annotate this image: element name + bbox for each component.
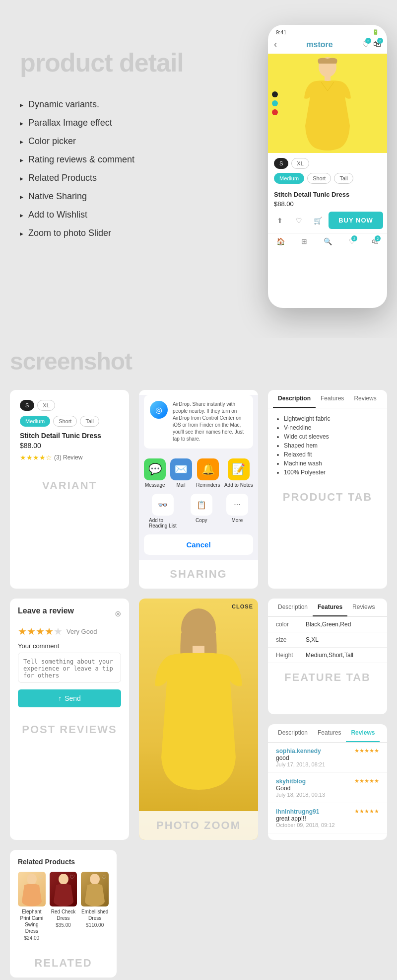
action-more[interactable]: ··· More — [226, 494, 248, 528]
feature-item: Dynamic variants. — [20, 95, 268, 114]
tab-features[interactable]: Features — [316, 390, 349, 408]
related-item-2: ♡ Red Check Dress $35.00 — [50, 872, 77, 941]
nav-wishlist-badge: 2 — [351, 235, 357, 241]
section-title: product detail — [20, 50, 268, 75]
height-short[interactable]: Short — [307, 173, 331, 184]
share-app-reminders[interactable]: 🔔 Reminders — [196, 458, 220, 488]
share-actions: 👓 Add toReading List 📋 Copy ··· More — [139, 491, 258, 531]
rtab-description[interactable]: Description — [273, 724, 313, 742]
photo-zoom-card: CLOSE PHOTO ZOOM — [139, 599, 258, 840]
color-picker — [272, 91, 278, 115]
battery: 🔋 — [372, 29, 379, 35]
related-price-1: $24.00 — [18, 935, 46, 941]
send-button[interactable]: ↑ Send — [18, 689, 121, 707]
color-dot-teal[interactable] — [272, 100, 278, 106]
cart-button[interactable]: 🛒 — [310, 213, 326, 228]
screenshot-title: screenshot — [10, 348, 387, 375]
send-icon: ↑ — [58, 694, 62, 702]
vsz-s[interactable]: S — [20, 400, 34, 411]
feature-val-size: S,XL — [306, 636, 319, 643]
tab-description[interactable]: Description — [273, 390, 316, 408]
color-dot-red[interactable] — [272, 109, 278, 115]
feature-tab-card: Description Features Reviews color Black… — [268, 599, 387, 714]
svg-point-4 — [27, 874, 37, 885]
size-s[interactable]: S — [274, 158, 288, 169]
review-count: (3) Review — [54, 454, 82, 461]
nav-grid[interactable]: ⊞ — [301, 237, 307, 245]
wishlist-button[interactable]: ♡ — [291, 213, 307, 228]
time: 9:41 — [276, 29, 286, 35]
feature-key-size: size — [276, 636, 306, 643]
review-title: Leave a review — [18, 606, 74, 615]
share-app-message[interactable]: 💬 Message — [144, 458, 166, 488]
size-xl[interactable]: XL — [291, 158, 309, 169]
ftab-features[interactable]: Features — [313, 599, 347, 616]
feature-item: Native Sharing — [20, 187, 268, 206]
more-label: More — [232, 518, 243, 523]
phone-nav: 🏠 ⊞ 🔍 ♡ 2 🛍 2 — [268, 233, 387, 251]
action-reading-list[interactable]: 👓 Add toReading List — [149, 494, 177, 528]
rtab-reviews[interactable]: Reviews — [346, 724, 380, 742]
rtab-features[interactable]: Features — [313, 724, 346, 742]
product-tab-header: Description Features Reviews — [268, 390, 387, 408]
nav-wishlist[interactable]: ♡ 2 — [349, 237, 355, 245]
row-1: S XL Medium Short Tall Stitch Detail Tun… — [10, 390, 387, 589]
vsz-xl[interactable]: XL — [37, 400, 55, 411]
ftab-description[interactable]: Description — [273, 599, 313, 616]
feature-item: Color picker — [20, 132, 268, 151]
close-review-button[interactable]: ⊗ — [115, 609, 121, 618]
review-entry-3: ihnlnhtrugng91 great app!!! October 09, … — [268, 803, 387, 833]
variant-sizes: S XL — [20, 400, 119, 411]
svg-point-6 — [90, 874, 100, 885]
close-zoom-button[interactable]: CLOSE — [232, 603, 253, 609]
feature-row-size: size S,XL — [268, 632, 387, 648]
features-list: Lightweight fabric V-neckline Wide cut s… — [276, 414, 379, 477]
share-app-mail[interactable]: ✉️ Mail — [170, 458, 192, 488]
reviewer-comment-2: Good — [276, 785, 325, 792]
share-app-notes[interactable]: 📝 Add to Notes — [224, 458, 253, 488]
share-button[interactable]: ⬆ — [272, 213, 288, 228]
review-stars-3: ★★★★★ — [354, 808, 379, 815]
tab-reviews[interactable]: Reviews — [349, 390, 381, 408]
reminders-icon: 🔔 — [197, 458, 219, 480]
copy-label: Copy — [196, 518, 207, 523]
feature-val-height: Medium,Short,Tall — [306, 652, 353, 659]
action-copy[interactable]: 📋 Copy — [191, 494, 212, 528]
related-img-3: ♡ — [81, 872, 109, 906]
review-stars: ★★★★★ — [18, 625, 63, 637]
more-icon: ··· — [226, 494, 248, 516]
phone-actions: ⬆ ♡ 🛒 BUY NOW — [268, 212, 387, 233]
comment-textarea[interactable] — [18, 653, 121, 682]
feature-row-height: Height Medium,Short,Tall — [268, 648, 387, 663]
vsz-medium[interactable]: Medium — [20, 416, 50, 427]
ftab-reviews[interactable]: Reviews — [347, 599, 380, 616]
vsz-short[interactable]: Short — [53, 416, 77, 427]
height-tall[interactable]: Tall — [334, 173, 353, 184]
wishlist-icon[interactable]: ♡ 2 — [362, 40, 369, 49]
post-reviews-label: POST REVIEWS — [10, 715, 129, 744]
variant-price: $88.00 — [20, 442, 119, 450]
feature-item: Parallax Image effect — [20, 114, 268, 132]
sharing-card: ◎ AirDrop. Share instantly with people n… — [139, 390, 258, 589]
reviewer-comment-1: good — [276, 754, 325, 761]
back-button[interactable]: ‹ — [274, 39, 277, 50]
feature-item: Lightweight fabric — [284, 414, 379, 423]
nav-home[interactable]: 🏠 — [276, 237, 285, 245]
height-medium[interactable]: Medium — [274, 173, 304, 184]
vsz-tall[interactable]: Tall — [80, 416, 99, 427]
notes-label: Add to Notes — [224, 482, 253, 488]
airdrop-banner: ◎ AirDrop. Share instantly with people n… — [144, 395, 253, 449]
buy-now-button[interactable]: BUY NOW — [329, 212, 383, 229]
product-tab-content: Lightweight fabric V-neckline Wide cut s… — [268, 408, 387, 483]
nav-search[interactable]: 🔍 — [324, 237, 332, 245]
cancel-button[interactable]: Cancel — [144, 534, 253, 555]
reviews-list-card: Description Features Reviews sophia.kenn… — [268, 724, 387, 840]
feature-tab-label: FEATURE TAB — [268, 663, 387, 692]
nav-cart[interactable]: 🛍 2 — [372, 237, 379, 245]
cart-icon[interactable]: 🛍 2 — [373, 40, 381, 49]
related-price-2: $35.00 — [50, 922, 77, 928]
color-dot-black[interactable] — [272, 91, 278, 97]
related-name-1: Elephant Print Cami Swing Dress — [18, 908, 46, 934]
top-section: product detail Dynamic variants.Parallax… — [0, 0, 397, 338]
review-row-2: skyhitblog Good July 18, 2018, 00:13 ★★★… — [276, 778, 379, 798]
